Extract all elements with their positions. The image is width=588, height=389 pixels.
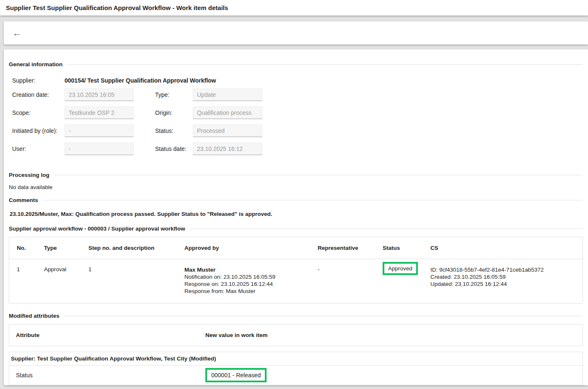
table-row: Status 000001 - Released — [9, 366, 583, 385]
new-value-highlight-box: 000001 - Released — [205, 368, 267, 382]
initiated-by-role-field: - — [65, 124, 134, 137]
supplier-row: Supplier: 000154/ Test Supplier Qualific… — [12, 77, 583, 84]
modified-attributes-group: Supplier: Test Supplier Qualification Ap… — [9, 352, 583, 385]
supplier-label: Supplier: — [12, 77, 65, 84]
cell-approved-by: Max Muster Notification on: 23.10.2025 1… — [184, 266, 318, 295]
col-cs: CS — [430, 245, 583, 251]
toolbar-card: ← — [4, 21, 588, 44]
notification-on-line: Notification on: 23.10.2025 16:05:59 — [184, 273, 318, 280]
work-item-details-panel: General information Supplier: 000154/ Te… — [4, 49, 588, 385]
creation-date-field: 23.10.2025 16:05 — [65, 88, 134, 101]
col-no: No. — [17, 245, 44, 251]
col-new-value: New value in work item — [205, 332, 583, 338]
cs-id-line: ID: 9cf43018-55b7-4ef2-81e4-71ceb1ab5372 — [430, 266, 583, 273]
comment-entry: 23.10.2025/Muster, Max: Qualification pr… — [10, 211, 583, 217]
modified-attributes-table-header: Attribute New value in work item — [9, 324, 583, 346]
col-attribute: Attribute — [16, 332, 205, 338]
cell-no: 1 — [17, 266, 44, 272]
response-from-line: Response from: Max Muster — [184, 288, 318, 295]
processing-log-empty-text: No data available — [9, 184, 583, 190]
cs-updated-line: Updated: 23.10.2025 16:12:44 — [430, 280, 583, 288]
window-title-bar: Supplier Test Supplier Qualification App… — [0, 0, 588, 16]
section-divider-line — [42, 200, 583, 200]
creation-date-label: Creation date: — [12, 91, 65, 98]
scope-field: Testkunde OSP 2 — [65, 106, 134, 119]
table-row: 1 Approval 1 Max Muster Notification on:… — [9, 259, 583, 303]
col-type: Type — [44, 245, 88, 251]
back-button[interactable]: ← — [13, 29, 21, 37]
general-information-form: Creation date: 23.10.2025 16:05 Type: Up… — [9, 88, 583, 155]
cell-attribute: Status — [16, 372, 205, 379]
section-modified-attributes: Modified attributes — [9, 313, 583, 319]
section-title: General information — [9, 61, 62, 67]
col-approved-by: Approved by — [184, 245, 318, 251]
col-representative: Representative — [318, 245, 383, 251]
cell-representative: - — [318, 266, 383, 272]
status-label: Status: — [155, 127, 193, 134]
status-date-field: 23.10.2025 16:12 — [193, 143, 262, 155]
group-title: Supplier: Test Supplier Qualification Ap… — [9, 352, 583, 366]
scope-label: Scope: — [12, 109, 65, 116]
approval-workflow-table: No. Type Step no. and description Approv… — [9, 237, 583, 303]
approval-workflow-table-header: No. Type Step no. and description Approv… — [9, 237, 583, 259]
cell-cs: ID: 9cf43018-55b7-4ef2-81e4-71ceb1ab5372… — [430, 266, 583, 288]
origin-label: Origin: — [155, 109, 193, 116]
section-divider-line — [54, 175, 583, 175]
back-arrow-icon: ← — [13, 28, 21, 38]
response-on-line: Response on: 23.10.2025 16:12:44 — [184, 280, 318, 288]
user-label: User: — [12, 145, 65, 152]
section-comments: Comments — [9, 197, 583, 203]
user-field: - — [65, 143, 134, 155]
initiated-by-role-label: Initiated by (role): — [12, 127, 65, 134]
cs-created-line: Created: 23.10.2025 16:05:59 — [430, 273, 583, 280]
section-divider-line — [64, 316, 583, 316]
section-title: Supplier approval workflow - 000003 / Su… — [9, 226, 185, 232]
cell-step: 1 — [88, 266, 184, 272]
section-title: Comments — [9, 197, 38, 203]
section-divider-line — [67, 64, 583, 65]
status-highlight-box: Approved — [383, 262, 418, 275]
section-approval-workflow: Supplier approval workflow - 000003 / Su… — [9, 226, 583, 232]
cell-status: Approved — [383, 266, 430, 279]
cell-new-value: 000001 - Released — [205, 368, 583, 382]
page-title: Supplier Test Supplier Qualification App… — [6, 4, 228, 11]
col-step: Step no. and description — [88, 245, 184, 251]
cell-type: Approval — [44, 266, 88, 272]
supplier-value: 000154/ Test Supplier Qualification Appr… — [65, 77, 216, 84]
section-divider-line — [189, 228, 583, 229]
approver-name: Max Muster — [184, 266, 318, 273]
section-processing-log: Processing log — [9, 172, 583, 178]
type-field: Update — [193, 88, 262, 101]
section-general-information: General information — [9, 61, 583, 67]
status-date-label: Status date: — [155, 145, 193, 152]
origin-field: Qualification process — [193, 106, 262, 119]
section-title: Processing log — [9, 172, 49, 178]
status-field: Processed — [193, 124, 262, 137]
col-status: Status — [383, 245, 430, 251]
type-label: Type: — [155, 91, 193, 98]
section-title: Modified attributes — [9, 313, 60, 319]
